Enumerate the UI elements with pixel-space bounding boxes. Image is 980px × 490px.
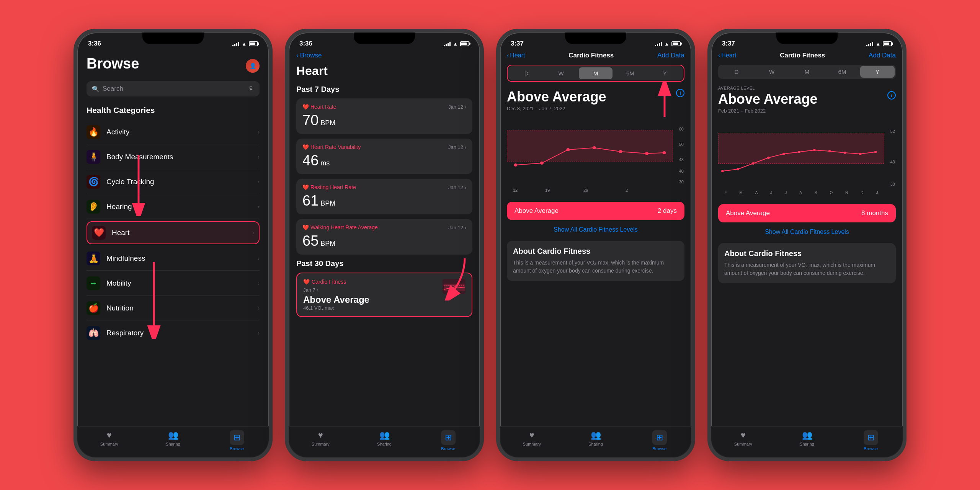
walking-hr-card[interactable]: ❤️ Walking Heart Rate Average Jan 12 › 6… xyxy=(296,219,472,255)
category-item-cycle[interactable]: 🌀 Cycle Tracking › xyxy=(87,170,260,194)
time-btn-m-4[interactable]: M xyxy=(790,66,824,78)
time-btn-y-4[interactable]: Y xyxy=(860,66,895,78)
activity-label: Activity xyxy=(106,128,129,136)
time-btn-y-3[interactable]: Y xyxy=(648,67,682,79)
chart-month-s: S xyxy=(815,191,817,195)
tab-bar-2: ♥ Summary 👥 Sharing ⊞ Browse xyxy=(289,426,480,457)
walking-hr-date: Jan 12 › xyxy=(448,225,466,230)
status-time-4: 3:37 xyxy=(722,40,735,47)
phone-4: 3:37 ▲ ‹ Heart Cardio Fitness Add Data D… xyxy=(707,29,906,461)
search-bar[interactable]: 🔍 Search 🎙 xyxy=(87,81,260,96)
battery-3 xyxy=(671,41,681,46)
browse-label-3: Browse xyxy=(652,446,666,451)
nutrition-chevron: › xyxy=(258,305,260,312)
show-all-3[interactable]: Show All Cardio Fitness Levels xyxy=(507,226,684,233)
browse-tab-icon-1: ⊞ xyxy=(230,430,244,445)
tab-browse-3[interactable]: ⊞ Browse xyxy=(627,430,691,451)
category-item-mindfulness[interactable]: 🧘 Mindfulness › xyxy=(87,247,260,271)
category-item-mobility[interactable]: ↔ Mobility › xyxy=(87,271,260,296)
nav-back-3[interactable]: ‹ Heart xyxy=(507,52,525,59)
tab-bar-3: ♥ Summary 👥 Sharing ⊞ Browse xyxy=(500,426,691,457)
category-item-activity[interactable]: 🔥 Activity › xyxy=(87,120,260,144)
chart-label-43: 43 xyxy=(679,157,684,162)
tab-browse-4[interactable]: ⊞ Browse xyxy=(839,430,903,451)
wifi-icon-1: ▲ xyxy=(242,41,247,47)
browse-tab-label-1: Browse xyxy=(230,446,244,451)
cardio-card[interactable]: ❤️ Cardio Fitness Jan 7 › Above Average … xyxy=(296,273,472,317)
walking-hr-unit: BPM xyxy=(318,240,335,247)
category-item-body[interactable]: 🧍 Body Measurements › xyxy=(87,145,260,169)
tab-browse-1[interactable]: ⊞ Browse xyxy=(205,430,269,451)
show-all-4[interactable]: Show All Cardio Fitness Levels xyxy=(718,229,896,235)
tab-browse-2[interactable]: ⊞ Browse xyxy=(416,430,480,451)
signal-bars-2 xyxy=(444,41,451,46)
hearing-label: Hearing xyxy=(106,203,132,211)
tab-sharing-1[interactable]: 👥 Sharing xyxy=(141,430,205,446)
time-btn-d-4[interactable]: D xyxy=(719,66,754,78)
tab-sharing-2[interactable]: 👥 Sharing xyxy=(353,430,416,446)
tab-summary-3[interactable]: ♥ Summary xyxy=(500,430,564,446)
browse-label-2: Browse xyxy=(441,446,455,451)
time-btn-m-3[interactable]: M xyxy=(579,67,612,79)
battery-2 xyxy=(460,41,469,46)
chart-month-d: D xyxy=(861,191,863,195)
time-btn-w-3[interactable]: W xyxy=(544,67,578,79)
svg-point-17 xyxy=(782,153,785,155)
status-icons-2: ▲ xyxy=(444,41,469,47)
hrv-date: Jan 12 › xyxy=(448,144,466,150)
body-chevron: › xyxy=(258,154,260,160)
hrv-card[interactable]: ❤️ Heart Rate Variability Jan 12 › 46 ms xyxy=(296,139,472,174)
walking-hr-value: 65 xyxy=(302,233,318,249)
time-btn-d-3[interactable]: D xyxy=(510,67,543,79)
info-btn-3[interactable]: i xyxy=(676,89,684,97)
tab-summary-4[interactable]: ♥ Summary xyxy=(711,430,775,446)
cardio-name: Cardio Fitness xyxy=(312,279,346,285)
heart-rate-value: 70 xyxy=(302,112,318,128)
nav-add-4[interactable]: Add Data xyxy=(869,52,896,59)
svg-point-5 xyxy=(514,163,517,167)
above-avg-pill-3[interactable]: Above Average 2 days xyxy=(507,202,684,220)
tab-sharing-4[interactable]: 👥 Sharing xyxy=(775,430,839,446)
heart-chevron: › xyxy=(252,229,254,236)
chart-label-40: 40 xyxy=(679,169,684,173)
time-btn-6m-3[interactable]: 6M xyxy=(613,67,647,79)
respiratory-icon: 🫁 xyxy=(87,326,100,340)
chart-label-50: 50 xyxy=(679,142,684,147)
nav-back-4[interactable]: ‹ Heart xyxy=(718,52,736,59)
heart-screen: ‹ Browse Heart Past 7 Days ❤️ Heart Rate… xyxy=(289,52,480,426)
browse-icon-2: ⊞ xyxy=(441,430,456,445)
time-btn-6m-4[interactable]: 6M xyxy=(825,66,859,78)
summary-label-3: Summary xyxy=(523,442,541,446)
tab-sharing-3[interactable]: 👥 Sharing xyxy=(564,430,628,446)
resting-hr-card[interactable]: ❤️ Resting Heart Rate Jan 12 › 61 BPM xyxy=(296,179,472,214)
nav-add-3[interactable]: Add Data xyxy=(657,52,684,59)
chart-month-n: N xyxy=(845,191,848,195)
category-item-heart[interactable]: ❤️ Heart › xyxy=(87,221,260,244)
heart-rate-card[interactable]: ❤️ Heart Rate Jan 12 › 70 BPM xyxy=(296,98,472,134)
phone-3: 3:37 ▲ ‹ Heart Cardio Fitness Add Data D… xyxy=(496,29,695,461)
avg-level-label-4: AVERAGE LEVEL xyxy=(718,86,896,90)
chart-label-30-4: 30 xyxy=(890,182,895,186)
above-avg-pill-4[interactable]: Above Average 8 months xyxy=(718,204,896,222)
tab-summary-1[interactable]: ♥ Summary xyxy=(77,430,141,446)
pill-label-4: Above Average xyxy=(726,209,770,217)
hrv-value: 46 xyxy=(302,152,318,168)
svg-point-21 xyxy=(844,152,846,154)
category-item-hearing[interactable]: 👂 Hearing › xyxy=(87,195,260,219)
sharing-label-3: Sharing xyxy=(588,442,603,446)
nav-back-2[interactable]: ‹ Browse xyxy=(296,52,472,59)
svg-point-11 xyxy=(663,151,666,154)
avatar[interactable]: 👤 xyxy=(246,59,260,73)
svg-point-6 xyxy=(540,162,544,165)
chart-label-12: 12 xyxy=(513,188,518,193)
info-btn-4[interactable]: i xyxy=(887,91,896,100)
category-item-nutrition[interactable]: 🍎 Nutrition › xyxy=(87,296,260,320)
chart-month-j: J xyxy=(770,191,772,195)
time-btn-w-4[interactable]: W xyxy=(755,66,789,78)
tab-summary-2[interactable]: ♥ Summary xyxy=(289,430,353,446)
status-time-1: 3:36 xyxy=(88,40,101,47)
notch-3 xyxy=(565,33,626,44)
browse-title: Browse xyxy=(87,56,139,72)
category-item-respiratory[interactable]: 🫁 Respiratory › xyxy=(87,321,260,345)
svg-point-18 xyxy=(798,151,800,153)
